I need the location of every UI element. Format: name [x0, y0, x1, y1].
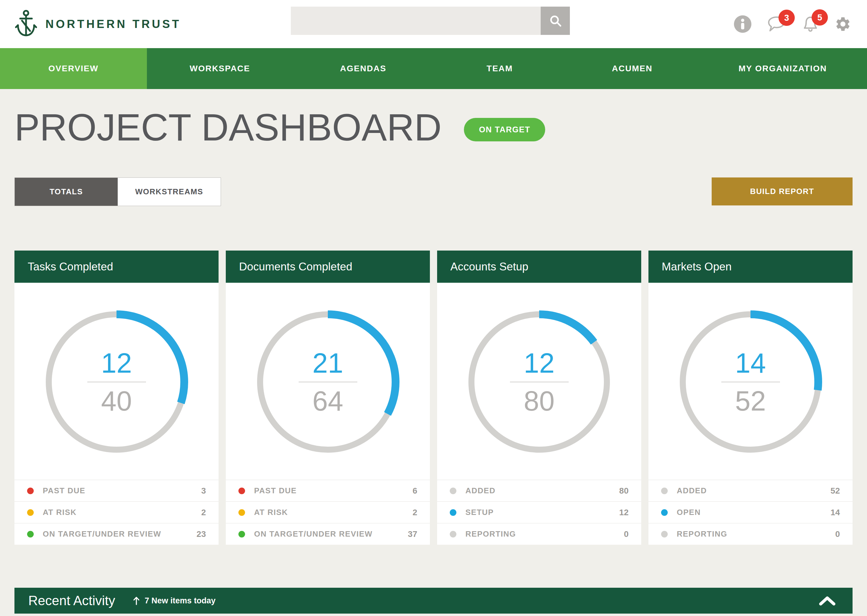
messages-badge: 3	[779, 9, 795, 26]
messages-button[interactable]: 3	[766, 16, 786, 33]
gear-icon	[834, 16, 851, 33]
nav-tab-workspace[interactable]: WORKSPACE	[147, 48, 293, 89]
metric-card: Tasks Completed1240PAST DUE3AT RISK2ON T…	[14, 251, 219, 545]
legend-label: ADDED	[677, 486, 831, 495]
legend-label: OPEN	[677, 508, 831, 517]
legend-label: SETUP	[465, 508, 619, 517]
cards-row: Tasks Completed1240PAST DUE3AT RISK2ON T…	[14, 251, 853, 545]
legend-row: ADDED80	[437, 480, 641, 501]
legend-row: REPORTING0	[437, 523, 641, 545]
nav-tab-my-organization[interactable]: MY ORGANIZATION	[698, 48, 867, 89]
search-button[interactable]	[541, 6, 570, 35]
legend-row: AT RISK2	[226, 501, 430, 523]
card-legend: ADDED80SETUP12REPORTING0	[437, 480, 641, 545]
legend-row: SETUP12	[437, 501, 641, 523]
metric-card: Accounts Setup1280ADDED80SETUP12REPORTIN…	[437, 251, 641, 545]
info-icon	[734, 15, 751, 33]
nav-tab-agendas[interactable]: AGENDAS	[293, 48, 434, 89]
toolbar: TOTALS WORKSTREAMS BUILD REPORT	[0, 178, 867, 206]
total-count: 64	[312, 387, 343, 415]
search-input[interactable]	[291, 6, 541, 35]
main-nav: OVERVIEWWORKSPACEAGENDASTEAMACUMENMY ORG…	[0, 48, 867, 89]
legend-value: 0	[624, 530, 629, 539]
legend-label: PAST DUE	[254, 486, 412, 495]
search-box	[291, 6, 570, 35]
page-title: PROJECT DASHBOARD	[14, 108, 441, 148]
legend-value: 52	[831, 486, 840, 496]
legend-dot	[238, 531, 245, 537]
legend-label: ON TARGET/UNDER REVIEW	[254, 530, 408, 539]
header-icons: 3 5	[734, 0, 851, 48]
chevron-up-icon[interactable]	[819, 596, 836, 606]
nav-tab-label: AGENDAS	[340, 64, 386, 73]
legend-dot	[450, 531, 456, 537]
legend-dot	[661, 531, 668, 537]
card-title: Markets Open	[648, 251, 853, 283]
nav-tab-overview[interactable]: OVERVIEW	[0, 48, 147, 89]
notifications-button[interactable]: 5	[801, 15, 820, 33]
legend-row: PAST DUE3	[14, 480, 219, 501]
card-legend: ADDED52OPEN14REPORTING0	[648, 480, 853, 545]
brand-logo[interactable]: NORTHERN TRUST	[14, 0, 181, 48]
legend-value: 14	[831, 508, 840, 517]
legend-value: 80	[619, 486, 629, 496]
new-items-text: 7 New items today	[145, 596, 216, 605]
card-title: Tasks Completed	[14, 251, 219, 283]
completed-count: 14	[735, 349, 766, 377]
legend-dot	[450, 487, 456, 494]
toggle-workstreams-button[interactable]: WORKSTREAMS	[118, 178, 221, 206]
donut-values: 1452	[679, 310, 822, 454]
legend-dot	[661, 509, 668, 516]
status-badge: ON TARGET	[464, 118, 545, 141]
recent-activity-bar: Recent Activity 7 New items today	[14, 588, 853, 614]
donut-ring: 1280	[468, 310, 611, 454]
legend-label: PAST DUE	[43, 486, 201, 495]
donut-ring: 2164	[256, 310, 399, 454]
legend-value: 0	[835, 530, 840, 539]
card-legend: PAST DUE6AT RISK2ON TARGET/UNDER REVIEW3…	[226, 480, 430, 545]
completed-count: 12	[524, 349, 555, 377]
info-button[interactable]	[734, 15, 751, 33]
settings-button[interactable]	[834, 16, 851, 33]
completed-count: 12	[101, 349, 132, 377]
recent-activity-title: Recent Activity	[28, 593, 115, 608]
nav-tab-team[interactable]: TEAM	[434, 48, 566, 89]
view-toggle: TOTALS WORKSTREAMS	[14, 178, 221, 206]
donut-values: 1280	[468, 310, 611, 454]
card-title: Accounts Setup	[437, 251, 641, 283]
legend-row: REPORTING0	[648, 523, 853, 545]
legend-value: 3	[201, 486, 206, 496]
fraction-divider	[510, 382, 569, 382]
nav-tab-acumen[interactable]: ACUMEN	[566, 48, 698, 89]
nav-tab-label: WORKSPACE	[190, 64, 250, 73]
legend-dot	[450, 509, 456, 516]
legend-row: ON TARGET/UNDER REVIEW37	[226, 523, 430, 545]
legend-value: 6	[412, 486, 417, 496]
toggle-totals-button[interactable]: TOTALS	[15, 178, 118, 206]
legend-row: OPEN14	[648, 501, 853, 523]
legend-dot	[27, 509, 34, 516]
total-count: 40	[101, 387, 132, 415]
donut-ring: 1240	[45, 310, 188, 454]
donut-values: 1240	[45, 310, 188, 454]
legend-value: 37	[408, 530, 417, 539]
donut-chart: 2164	[226, 283, 430, 480]
completed-count: 21	[312, 349, 343, 377]
legend-label: REPORTING	[465, 530, 624, 539]
legend-label: ON TARGET/UNDER REVIEW	[43, 530, 197, 539]
search-icon	[549, 14, 562, 27]
fraction-divider	[299, 382, 357, 382]
fraction-divider	[721, 382, 780, 382]
nav-tab-label: ACUMEN	[612, 64, 653, 73]
legend-value: 2	[201, 508, 206, 517]
build-report-button[interactable]: BUILD REPORT	[712, 178, 853, 206]
metric-card: Documents Completed2164PAST DUE6AT RISK2…	[226, 251, 430, 545]
brand-name: NORTHERN TRUST	[46, 18, 181, 31]
legend-row: PAST DUE6	[226, 480, 430, 501]
metric-card: Markets Open1452ADDED52OPEN14REPORTING0	[648, 251, 853, 545]
legend-row: ADDED52	[648, 480, 853, 501]
total-count: 52	[735, 387, 766, 415]
page-title-bar: PROJECT DASHBOARD ON TARGET	[0, 108, 867, 148]
donut-values: 2164	[256, 310, 399, 454]
card-legend: PAST DUE3AT RISK2ON TARGET/UNDER REVIEW2…	[14, 480, 219, 545]
